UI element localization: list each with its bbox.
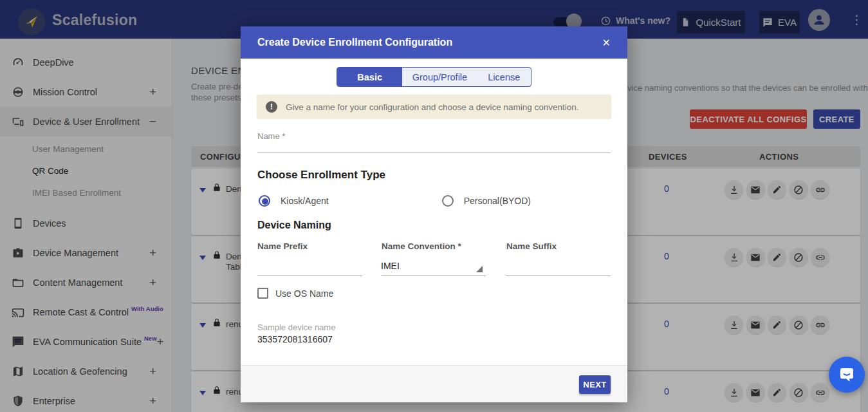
name-suffix-input[interactable] — [506, 265, 611, 276]
name-convention-select[interactable]: IMEI — [381, 258, 486, 276]
sample-device-name-label: Sample device name — [257, 323, 335, 332]
name-input[interactable] — [257, 141, 611, 153]
info-banner: Give a name for your configuration and c… — [257, 95, 611, 119]
enrollment-type-heading: Choose Enrollment Type — [257, 169, 385, 182]
personal-byod-label: Personal(BYOD) — [464, 196, 531, 206]
app-window: DEVICE ENR Create pre-defi these presets… — [0, 0, 868, 412]
kiosk-agent-label: Kiosk/Agent — [281, 196, 329, 206]
modal-header: Create Device Enrollment Configuration ✕ — [241, 26, 627, 59]
sample-device-name-value: 353572081316607 — [257, 334, 333, 344]
name-prefix-input[interactable] — [257, 265, 362, 276]
tab-license[interactable]: License — [477, 68, 531, 86]
next-button[interactable]: NEXT — [579, 375, 611, 394]
name-convention-label: Name Convention * — [382, 241, 461, 251]
kiosk-agent-radio[interactable] — [259, 195, 270, 207]
personal-byod-radio[interactable] — [442, 195, 454, 207]
modal-footer: NEXT — [241, 365, 627, 402]
device-naming-heading: Device Naming — [257, 220, 331, 231]
name-prefix-label: Name Prefix — [257, 241, 308, 251]
create-enrollment-config-modal: Create Device Enrollment Configuration ✕… — [241, 26, 627, 402]
name-suffix-label: Name Suffix — [506, 241, 557, 251]
tab-basic[interactable]: Basic — [337, 68, 402, 86]
tab-group-profile[interactable]: Group/Profile — [402, 68, 477, 86]
modal-title: Create Device Enrollment Configuration — [257, 37, 452, 48]
use-os-name-label: Use OS Name — [275, 288, 333, 299]
use-os-name-option: Use OS Name — [257, 288, 333, 299]
close-icon[interactable]: ✕ — [602, 37, 611, 49]
modal-tabs: Basic Group/Profile License — [337, 67, 531, 87]
use-os-name-checkbox[interactable] — [257, 288, 268, 299]
chat-bubble-icon — [837, 365, 856, 384]
chat-launcher-button[interactable] — [829, 357, 865, 393]
enrollment-type-options: Kiosk/Agent Personal(BYOD) — [259, 195, 531, 207]
name-field-label: Name * — [257, 131, 285, 141]
info-icon — [266, 101, 277, 113]
dropdown-caret-icon — [476, 266, 483, 272]
